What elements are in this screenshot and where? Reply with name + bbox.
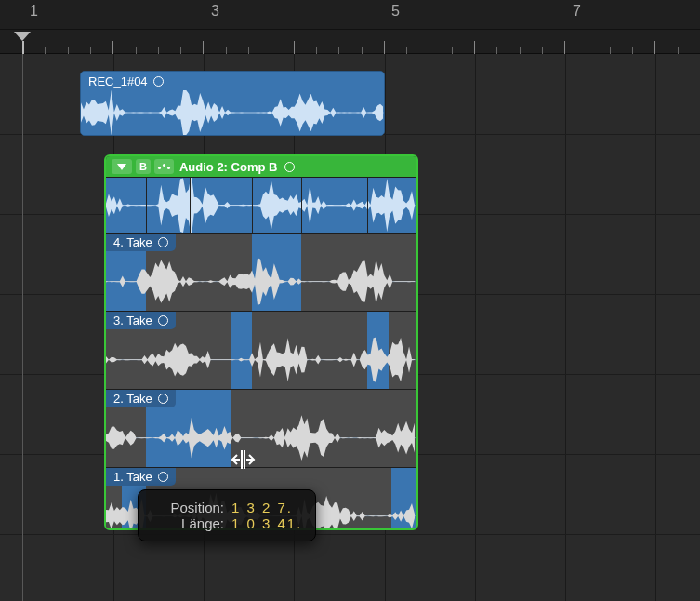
- take-lane[interactable]: 2. Take: [106, 389, 416, 467]
- loop-icon[interactable]: [158, 237, 168, 247]
- waveform: [106, 410, 416, 467]
- playhead-line: [22, 54, 23, 601]
- audio-region-rec1[interactable]: REC_1#04: [80, 71, 385, 136]
- tracks-area[interactable]: REC_1#04 B Audio 2: Comp B: [0, 54, 700, 601]
- playhead-marker[interactable]: [14, 32, 31, 41]
- take-label[interactable]: 1. Take: [106, 468, 176, 486]
- waveform: [106, 254, 416, 311]
- waveform: [106, 332, 416, 389]
- take-lane[interactable]: 3. Take: [106, 311, 416, 389]
- quick-swipe-icon[interactable]: [154, 159, 174, 174]
- tooltip-label-position: Position:: [152, 500, 224, 515]
- comp-lane[interactable]: [106, 177, 416, 233]
- take-folder-title: Audio 2: Comp B: [179, 160, 277, 174]
- timeline-ruler[interactable]: 1 3 5 7: [0, 0, 700, 54]
- ruler-number: 7: [573, 3, 581, 20]
- ruler-numbers: 1 3 5 7: [0, 0, 700, 30]
- disclosure-triangle-icon[interactable]: [112, 159, 132, 174]
- take-label[interactable]: 3. Take: [106, 312, 176, 329]
- tooltip-value-length: 1 0 3 41.: [231, 515, 302, 531]
- loop-icon[interactable]: [153, 76, 164, 87]
- take-folder-header[interactable]: B Audio 2: Comp B: [106, 156, 416, 177]
- ruler-number: 3: [211, 3, 219, 20]
- take-name: 4. Take: [113, 235, 152, 249]
- take-label[interactable]: 2. Take: [106, 390, 176, 407]
- take-name: 3. Take: [113, 314, 152, 327]
- region-name: REC_1#04: [88, 74, 148, 88]
- ruler-number: 5: [391, 3, 400, 20]
- tooltip-label-length: Länge:: [152, 515, 224, 531]
- loop-icon[interactable]: [158, 315, 168, 326]
- take-name: 1. Take: [113, 470, 152, 484]
- waveform: [81, 90, 384, 135]
- region-header[interactable]: REC_1#04: [81, 72, 384, 90]
- loop-icon[interactable]: [284, 162, 295, 172]
- take-lane[interactable]: 4. Take: [106, 233, 416, 311]
- take-name: 2. Take: [113, 392, 152, 406]
- ruler-ticks: [0, 37, 700, 54]
- comp-letter-badge[interactable]: B: [136, 159, 151, 174]
- ruler-number: 1: [30, 3, 38, 20]
- position-tooltip: Position: 1 3 2 7. Länge: 1 0 3 41.: [138, 489, 316, 541]
- tooltip-value-position: 1 3 2 7.: [231, 500, 293, 515]
- take-label[interactable]: 4. Take: [106, 234, 176, 251]
- loop-icon[interactable]: [158, 472, 168, 482]
- loop-icon[interactable]: [158, 394, 168, 404]
- take-folder[interactable]: B Audio 2: Comp B 4. Take3. Take2. Take1…: [104, 154, 418, 530]
